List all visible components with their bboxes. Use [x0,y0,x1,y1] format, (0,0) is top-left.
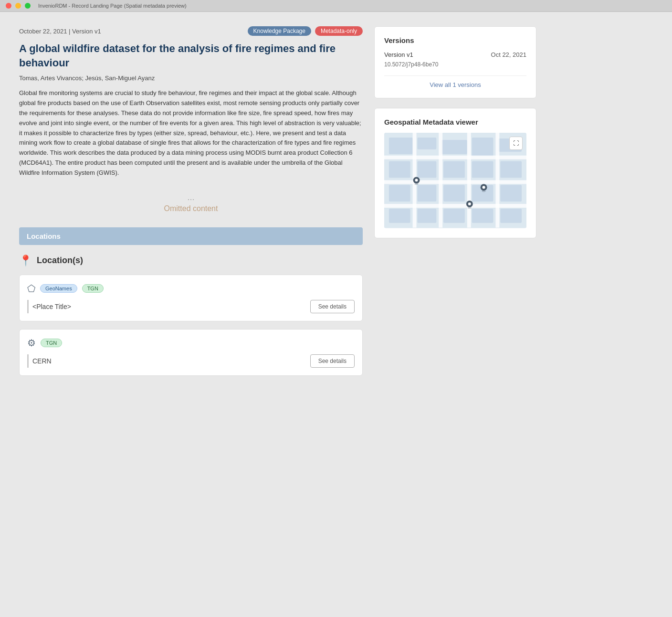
svg-rect-3 [418,138,437,149]
svg-rect-25 [418,209,437,223]
versions-card: Versions Version v1 Oct 22, 2021 10.5072… [374,26,536,98]
main-content: October 22, 2021 | Version v1 Knowledge … [19,26,363,383]
map-grid-svg [384,133,526,228]
svg-point-37 [468,207,472,209]
badges-container: Knowledge Package Metadata-only [248,26,363,36]
svg-rect-23 [500,185,522,202]
geonames-tag: GeoNames [40,284,77,293]
traffic-light-red[interactable] [6,3,11,9]
svg-rect-14 [389,161,410,178]
tgn-tag-2: TGN [41,339,62,347]
svg-rect-17 [472,161,494,178]
svg-rect-20 [418,185,437,202]
authors: Tomas, Artes Vivancos; Jesús, San-Miguel… [19,74,363,82]
location-card-2: ⚙ TGN CERN See details [19,329,363,376]
place-title-1: <Place Title> [32,303,71,310]
locations-section-header: Locations [19,227,363,245]
omitted-section: ... Omitted content [19,192,363,213]
svg-point-30 [415,179,418,181]
omitted-text: Omitted content [19,204,363,213]
see-details-button-2[interactable]: See details [310,354,355,368]
svg-rect-19 [389,185,410,202]
version-row: Version v1 Oct 22, 2021 [384,51,526,58]
versions-card-title: Versions [384,36,526,44]
view-all-versions[interactable]: View all 1 versions [384,75,526,88]
record-title: A global wildfire dataset for the analys… [19,42,363,70]
view-all-link[interactable]: View all 1 versions [430,81,481,88]
locations-label: Location(s) [37,255,83,266]
knowledge-package-badge: Knowledge Package [248,26,311,36]
omitted-dots: ... [19,192,363,202]
svg-point-34 [482,190,486,192]
dots-icon: ⚙ [27,337,36,349]
svg-rect-9 [384,204,526,208]
geospatial-card-title: Geospatial Metadata viewer [384,118,526,126]
svg-rect-28 [500,209,522,223]
svg-rect-24 [389,209,410,223]
version-label: Version v1 [384,51,413,58]
version-doi: 10.5072/j7p48-6be70 [384,61,526,68]
map-container: ⛶ [384,133,526,228]
sidebar: Versions Version v1 Oct 22, 2021 10.5072… [374,26,536,383]
map-expand-button[interactable]: ⛶ [509,137,523,150]
svg-rect-4 [441,140,467,154]
version-date: Oct 22, 2021 [491,51,526,58]
svg-point-31 [415,183,419,185]
svg-rect-27 [472,209,494,223]
svg-rect-13 [495,133,499,228]
page-container: October 22, 2021 | Version v1 Knowledge … [0,12,672,398]
svg-point-36 [468,202,471,205]
svg-rect-16 [443,161,465,178]
svg-rect-5 [472,138,494,157]
see-details-button-1[interactable]: See details [310,300,355,313]
location-card-2-body: CERN See details [27,354,355,368]
locations-title-row: 📍 Location(s) [19,255,363,267]
svg-point-33 [483,186,485,189]
location-pin-icon: 📍 [19,255,32,267]
header-date: October 22, 2021 | Version v1 [19,28,101,35]
locations-section-title: Locations [27,232,61,240]
metadata-only-badge: Metadata-only [315,26,363,36]
svg-rect-8 [384,180,526,184]
place-title-2: CERN [32,357,52,365]
svg-rect-21 [443,185,465,202]
svg-rect-15 [418,161,437,178]
location-card-1-body: <Place Title> See details [27,300,355,313]
svg-rect-7 [384,156,526,160]
expand-icon: ⛶ [513,140,519,147]
pentagon-icon: ⬠ [27,283,35,294]
header-meta: October 22, 2021 | Version v1 Knowledge … [19,26,363,36]
location-card-1: ⬠ GeoNames TGN <Place Title> See details [19,275,363,321]
location-card-1-header: ⬠ GeoNames TGN [27,283,355,294]
browser-title: InvenioRDM - Record Landing Page (Spatia… [38,3,187,9]
svg-rect-2 [389,138,413,154]
geospatial-card: Geospatial Metadata viewer [374,108,536,238]
browser-chrome: InvenioRDM - Record Landing Page (Spatia… [0,0,672,12]
svg-rect-11 [439,133,442,228]
svg-rect-12 [467,133,471,228]
svg-rect-26 [443,209,465,223]
traffic-light-yellow[interactable] [15,3,21,9]
location-card-2-header: ⚙ TGN [27,337,355,349]
traffic-light-green[interactable] [25,3,31,9]
description: Global fire monitoring systems are cruci… [19,88,363,178]
svg-rect-18 [500,161,522,178]
tgn-tag-1: TGN [82,284,104,293]
